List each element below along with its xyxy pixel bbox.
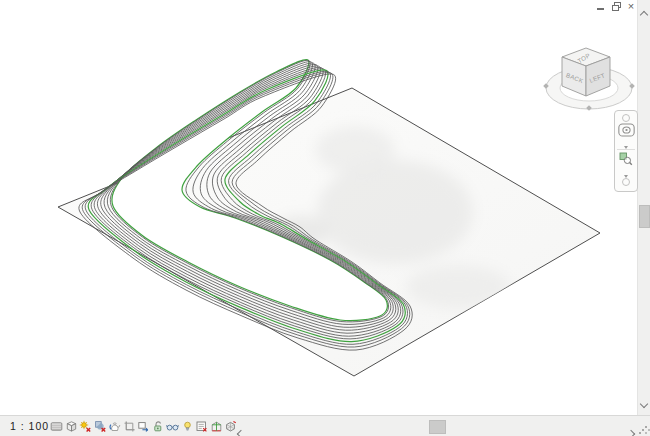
resize-grip[interactable] xyxy=(645,426,647,428)
show-rendering-dialog-icon[interactable] xyxy=(108,419,121,432)
navbar-grip[interactable] xyxy=(622,178,630,186)
view-scale-button[interactable]: 1 : 100 xyxy=(10,420,49,432)
window-controls: × xyxy=(596,2,636,12)
show-analytical-model-icon[interactable] xyxy=(210,419,223,432)
view-control-bar: 1 : 100 xyxy=(0,415,650,436)
scroll-down-icon[interactable] xyxy=(641,393,647,411)
temporary-hide-isolate-icon[interactable] xyxy=(166,419,179,432)
detail-level-icon[interactable] xyxy=(50,419,63,432)
scroll-left-icon[interactable] xyxy=(238,423,244,436)
unlocked-3d-view-icon[interactable] xyxy=(152,419,165,432)
view-control-icons xyxy=(50,419,237,432)
scroll-right-icon[interactable] xyxy=(628,423,634,436)
navigation-bar[interactable] xyxy=(614,110,638,192)
navbar-grip[interactable] xyxy=(622,114,630,122)
visual-style-icon[interactable] xyxy=(65,419,78,432)
sun-path-icon[interactable] xyxy=(79,419,92,432)
minimize-icon[interactable] xyxy=(596,2,606,12)
navbar-divider xyxy=(617,149,635,150)
highlight-displacement-sets-icon[interactable] xyxy=(224,419,237,432)
shadows-icon[interactable] xyxy=(94,419,107,432)
close-icon[interactable]: × xyxy=(626,2,636,12)
zoom-dropdown-icon[interactable] xyxy=(615,170,637,176)
crop-view-icon[interactable] xyxy=(123,419,136,432)
steering-wheel-dropdown-icon[interactable] xyxy=(615,141,637,147)
scroll-up-icon[interactable] xyxy=(641,4,647,22)
show-crop-region-icon[interactable] xyxy=(137,419,150,432)
reveal-hidden-elements-icon[interactable] xyxy=(181,419,194,432)
revit-3d-view-window: × TOP BACK LEFT xyxy=(0,0,650,436)
viewcube[interactable]: TOP BACK LEFT xyxy=(538,33,650,121)
restore-window-icon[interactable] xyxy=(611,2,621,12)
vertical-scrollbar-thumb[interactable] xyxy=(639,205,650,228)
horizontal-scrollbar-thumb[interactable] xyxy=(429,420,446,434)
zoom-icon[interactable] xyxy=(615,152,637,170)
temporary-view-properties-icon[interactable] xyxy=(195,419,208,432)
steering-wheel-icon[interactable] xyxy=(615,123,637,141)
